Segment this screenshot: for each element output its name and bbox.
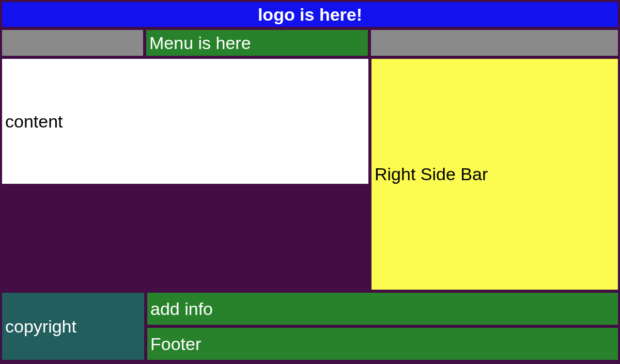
footer-label: Footer [150, 334, 201, 354]
copyright-label: copyright [5, 316, 76, 337]
footer-block: Footer [147, 328, 618, 360]
footer-row: copyright add info Footer [2, 293, 618, 360]
menu-right-spacer [371, 30, 618, 56]
add-info-block: add info [147, 293, 618, 325]
logo-text: logo is here! [258, 5, 362, 25]
menu-row: Menu is here [2, 30, 618, 56]
sidebar-label: Right Side Bar [375, 164, 488, 184]
menu-bar[interactable]: Menu is here [146, 30, 368, 56]
right-sidebar: Right Side Bar [371, 59, 618, 290]
main-row: content Right Side Bar [2, 59, 618, 290]
main-left-column: content [2, 59, 368, 290]
menu-label: Menu is here [149, 33, 251, 53]
content-area: content [2, 59, 368, 184]
footer-right-column: add info Footer [147, 293, 618, 360]
addinfo-label: add info [150, 299, 213, 319]
menu-left-spacer [2, 30, 143, 56]
header-logo: logo is here! [2, 2, 618, 27]
copyright-block: copyright [2, 293, 144, 360]
content-label: content [5, 112, 63, 132]
